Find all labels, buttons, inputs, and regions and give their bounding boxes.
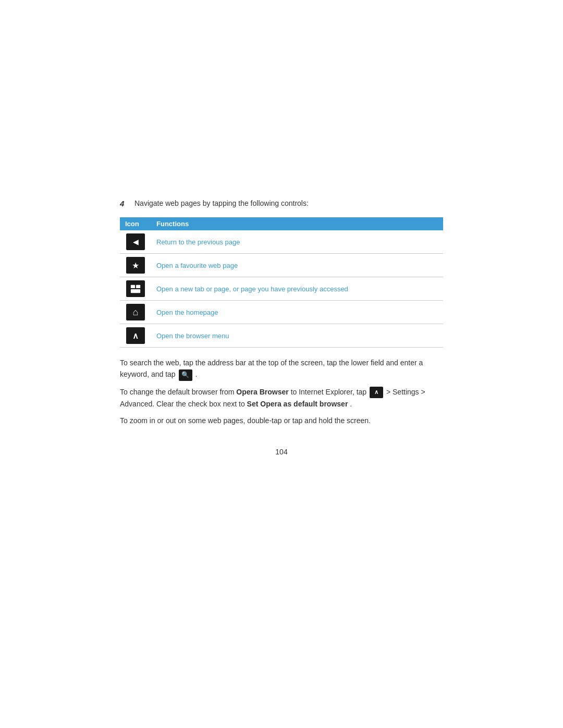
table-row: Open a favourite web page <box>120 254 443 277</box>
table-row: ∧ Open the browser menu <box>120 324 443 348</box>
search-text-1: To search the web, tap the address bar a… <box>120 359 423 378</box>
icon-cell-star <box>120 254 151 277</box>
zoom-paragraph: To zoom in or out on some web pages, dou… <box>120 415 443 426</box>
back-arrow-icon <box>126 233 145 250</box>
menu-icon: ∧ <box>126 327 145 344</box>
icon-cell-menu: ∧ <box>120 324 151 348</box>
table-header-row: Icon Functions <box>120 217 443 230</box>
col-header-icon: Icon <box>120 217 151 230</box>
change-browser-text-4: . <box>350 400 352 408</box>
step-container: 4 Navigate web pages by tapping the foll… <box>120 198 443 209</box>
star-icon <box>126 257 145 274</box>
icon-cell-tabs <box>120 277 151 301</box>
func-cell-home: Open the homepage <box>151 301 443 324</box>
search-paragraph: To search the web, tap the address bar a… <box>120 357 443 381</box>
change-browser-text-1: To change the default browser from <box>120 388 234 396</box>
func-cell-star: Open a favourite web page <box>151 254 443 277</box>
search-inline-icon: 🔍 <box>179 369 192 381</box>
navigation-table: Icon Functions Return to the previous pa… <box>120 217 443 348</box>
tabs-icon <box>126 280 145 297</box>
change-browser-paragraph: To change the default browser from Opera… <box>120 386 443 410</box>
opera-browser-label: Opera Browser <box>236 388 288 396</box>
icon-cell-back <box>120 230 151 254</box>
change-browser-text-2: to Internet Explorer, tap <box>291 388 367 396</box>
step-intro: Navigate web pages by tapping the follow… <box>134 198 309 209</box>
page-content: 4 Navigate web pages by tapping the foll… <box>0 0 563 508</box>
svg-rect-2 <box>136 285 140 288</box>
tabs-svg <box>130 283 141 294</box>
set-opera-label: Set Opera as default browser <box>247 400 348 408</box>
home-icon: ⌂ <box>126 304 145 320</box>
table-row: Return to the previous page <box>120 230 443 254</box>
icon-cell-home: ⌂ <box>120 301 151 324</box>
table-row: ⌂ Open the homepage <box>120 301 443 324</box>
col-header-functions: Functions <box>151 217 443 230</box>
func-cell-tabs: Open a new tab or page, or page you have… <box>151 277 443 301</box>
step-number: 4 <box>120 198 130 209</box>
func-cell-menu: Open the browser menu <box>151 324 443 348</box>
page-number: 104 <box>120 448 443 456</box>
menu-inline-icon: ∧ <box>370 387 383 398</box>
svg-rect-0 <box>131 285 135 288</box>
search-text-2: . <box>195 370 197 378</box>
svg-rect-1 <box>131 289 140 293</box>
func-cell-back: Return to the previous page <box>151 230 443 254</box>
table-row: Open a new tab or page, or page you have… <box>120 277 443 301</box>
